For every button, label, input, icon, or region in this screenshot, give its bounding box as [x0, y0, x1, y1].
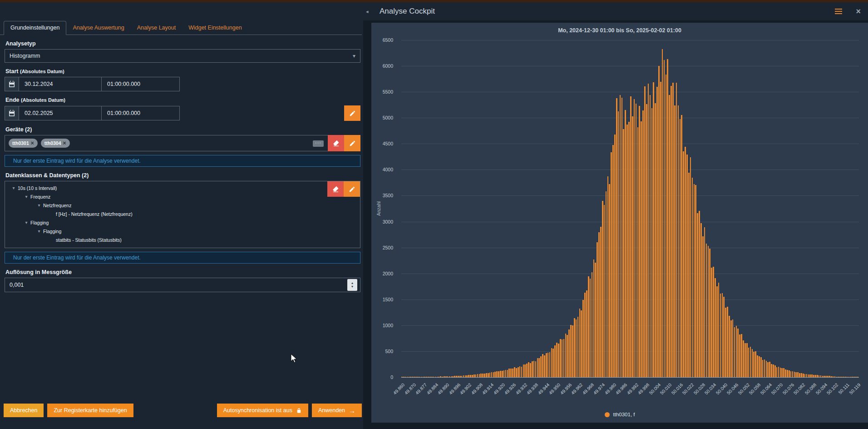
histogram-bar: [620, 95, 621, 377]
histogram-bar: [502, 371, 503, 377]
histogram-bar: [727, 307, 728, 377]
histogram-bar: [658, 66, 660, 377]
histogram-bar: [530, 363, 531, 377]
histogram-bar: [581, 310, 582, 377]
histogram-bar: [459, 376, 461, 377]
tree-expand-icon[interactable]: ▾: [22, 220, 30, 225]
zur-registerkarte-button[interactable]: Zur Registerkarte hinzufügen: [47, 404, 133, 417]
histogram-bar: [819, 375, 820, 377]
aufloesung-input[interactable]: [10, 282, 347, 288]
clear-geraete-button[interactable]: [328, 135, 344, 151]
histogram-bar: [857, 377, 858, 377]
cockpit-header: ◂ Analyse Cockpit ×: [363, 2, 868, 20]
clear-datenklassen-button[interactable]: [327, 181, 344, 197]
histogram-bar: [780, 368, 781, 377]
abbrechen-button[interactable]: Abbrechen: [4, 404, 44, 417]
tab-widget-einstellungen[interactable]: Widget Einstellungen: [182, 21, 248, 35]
remove-tag-icon[interactable]: ×: [31, 140, 34, 146]
chart-title: Mo, 2024-12-30 01:00 bis So, 2025-02-02 …: [371, 27, 868, 34]
histogram-bar: [850, 377, 852, 377]
ende-calendar-button[interactable]: [5, 106, 19, 120]
histogram-bar: [680, 119, 681, 377]
legend-label: tth0301, f: [613, 412, 635, 417]
tab-analyse-auswertung[interactable]: Analyse Auswertung: [66, 21, 130, 35]
histogram-bar: [746, 343, 748, 377]
tree-node-frequenz[interactable]: ▾Frequenz: [5, 192, 360, 201]
device-tag-tth0304[interactable]: tth0304×: [41, 139, 70, 148]
tooltip-dots-icon: ···: [313, 140, 324, 147]
histogram-bar: [662, 49, 663, 377]
analysetyp-value: Histogramm: [10, 53, 40, 59]
tree-expand-icon[interactable]: ▾: [10, 185, 18, 190]
tree-node-f-hz-netzfrequenz-netzfrequenz[interactable]: f [Hz] - Netzfrequenz (Netzfrequenz): [5, 210, 360, 218]
legend-item-tth0301-f[interactable]: tth0301, f: [605, 412, 635, 417]
tab-analyse-layout[interactable]: Analyse Layout: [131, 21, 182, 35]
edit-geraete-button[interactable]: [344, 135, 360, 151]
tree-node-flagging[interactable]: ▾Flagging: [5, 227, 360, 235]
collapse-panel-icon[interactable]: ◂: [366, 9, 374, 15]
tree-node-statbits-statusbits-statusbits[interactable]: statbits - Statusbits (Statusbits): [5, 235, 360, 244]
spinner-down-icon[interactable]: ▾: [351, 285, 353, 289]
histogram-bar: [639, 106, 640, 377]
histogram-bar: [674, 105, 676, 377]
analysetyp-select[interactable]: Histogramm ▾: [5, 49, 360, 63]
anwenden-button[interactable]: Anwenden →: [312, 404, 362, 417]
settings-form: Analysetyp Histogramm ▾ Start (Absolutes…: [0, 40, 362, 292]
histogram-bar: [678, 105, 679, 377]
histogram-bar: [697, 213, 698, 377]
ende-time-input[interactable]: [102, 106, 180, 120]
device-tag-tth0301[interactable]: tth0301×: [9, 139, 38, 148]
pencil-icon: [349, 140, 356, 147]
tree-expand-icon[interactable]: ▾: [35, 203, 43, 208]
histogram-bar: [444, 376, 445, 377]
histogram-bar: [669, 95, 670, 377]
tree-node-flagging[interactable]: ▾Flagging: [5, 218, 360, 227]
histogram-bar: [586, 290, 587, 377]
ende-date-input[interactable]: [19, 106, 102, 120]
histogram-bar: [730, 320, 732, 377]
edit-datenklassen-button[interactable]: [344, 181, 360, 197]
histogram-bar: [773, 364, 774, 377]
histogram-bar: [565, 334, 567, 377]
histogram-bar: [479, 374, 480, 377]
histogram-bar: [537, 358, 538, 377]
histogram-bar: [653, 82, 654, 377]
tree-expand-icon[interactable]: ▾: [35, 229, 43, 234]
start-date-input[interactable]: [19, 77, 102, 91]
remove-tag-icon[interactable]: ×: [63, 140, 66, 146]
histogram-bar: [716, 286, 718, 377]
histogram-bar: [401, 377, 403, 377]
histogram-bar: [706, 244, 707, 377]
tree-node-netzfrequenz[interactable]: ▾Netzfrequenz: [5, 201, 360, 210]
hamburger-menu-icon[interactable]: [835, 9, 842, 14]
histogram-bar: [590, 279, 591, 377]
histogram-bar: [843, 377, 844, 377]
histogram-bar: [757, 355, 758, 377]
tree-node-10s-10-s-intervall[interactable]: ▾10s (10 s Intervall): [5, 184, 360, 192]
histogram-bar: [792, 371, 794, 377]
autosync-button[interactable]: Autosynchronisation ist aus: [217, 404, 308, 417]
histogram-bar: [618, 111, 619, 377]
start-time-input[interactable]: [102, 77, 180, 91]
histogram-bar: [642, 110, 644, 377]
close-icon[interactable]: ×: [856, 7, 861, 15]
aufloesung-field: ▴▾: [5, 278, 360, 292]
histogram-bar: [808, 374, 809, 377]
histogram-bar: [834, 376, 836, 377]
histogram-bar: [769, 362, 770, 377]
tab-grundeinstellungen[interactable]: Grundeinstellungen: [4, 21, 66, 35]
geraete-tagbox[interactable]: tth0301×tth0304× ···: [5, 135, 360, 151]
histogram-bar: [409, 377, 410, 377]
histogram-bar: [637, 127, 639, 377]
histogram-bar: [500, 371, 501, 377]
histogram-bar: [424, 377, 425, 377]
number-spinner[interactable]: ▴▾: [347, 279, 357, 291]
histogram-bar: [488, 373, 489, 377]
tree-expand-icon[interactable]: ▾: [22, 194, 30, 199]
start-calendar-button[interactable]: [5, 77, 19, 91]
histogram-bar: [597, 242, 598, 377]
histogram-bar: [790, 371, 792, 377]
histogram-bar: [783, 368, 784, 377]
histogram-bar: [755, 351, 756, 377]
edit-dates-button[interactable]: [344, 105, 360, 121]
